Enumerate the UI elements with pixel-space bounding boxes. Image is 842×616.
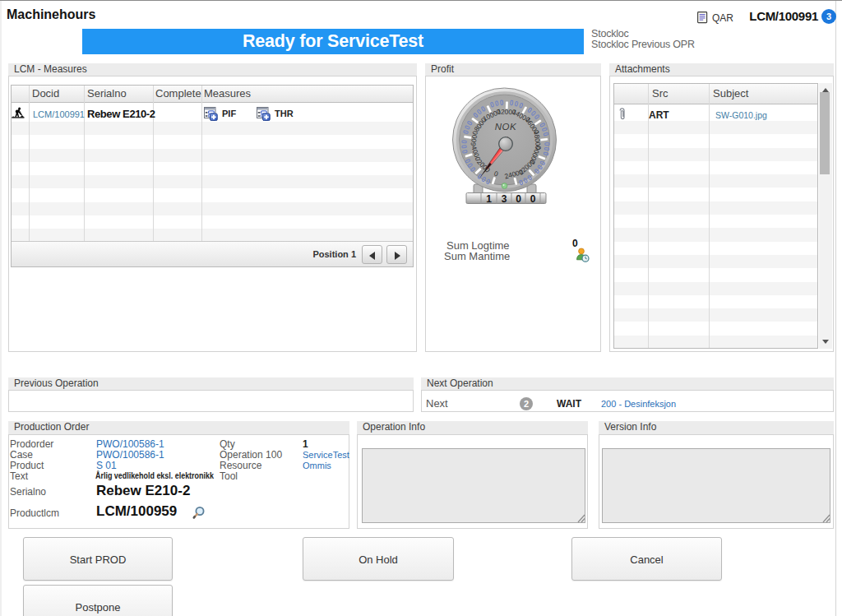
svg-text:3: 3	[502, 193, 507, 205]
svg-text:0: 0	[530, 193, 536, 205]
svg-text:NOK: NOK	[495, 122, 517, 132]
svg-text:1: 1	[486, 193, 492, 205]
svg-text:0: 0	[516, 193, 521, 205]
